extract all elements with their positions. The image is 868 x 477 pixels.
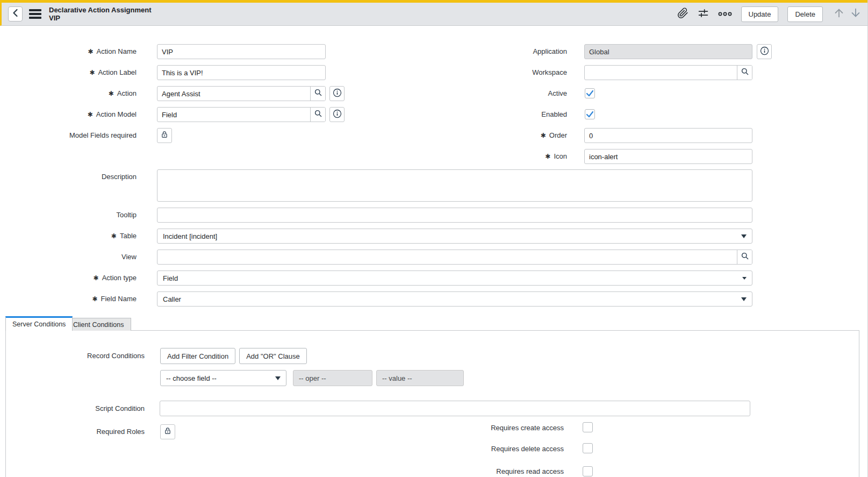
back-button[interactable] [8,6,23,22]
workspace-input[interactable] [585,66,737,80]
field-label-action-type: ✱Action type [0,270,137,286]
caret-down-icon [742,277,747,280]
action-name-input[interactable] [157,44,326,59]
action-model-reference-field [157,107,326,122]
action-model-lookup-button[interactable] [310,108,325,122]
more-options-icon [718,9,732,19]
field-label-order: ✱Order [376,128,567,143]
workspace-reference-field [584,65,752,80]
server-conditions-panel: Record Conditions Add Filter Condition A… [5,330,859,477]
script-condition-input[interactable] [160,401,750,416]
table-select[interactable]: Incident [incident] [157,229,752,244]
field-label-requires-read-access: Requires read access [382,466,564,476]
workspace-lookup-button[interactable] [737,66,752,80]
field-label-view: View [0,250,137,265]
declarative-action-assignment-form: Declarative Action Assignment VIP Update [0,0,868,477]
field-label-record-conditions: Record Conditions [6,348,145,364]
tab-server-conditions[interactable]: Server Conditions [5,316,73,331]
update-button[interactable]: Update [741,6,779,22]
lock-icon [160,130,169,141]
lock-icon [163,426,172,437]
enabled-checkbox[interactable] [585,109,595,119]
search-icon [741,252,749,262]
previous-record-button[interactable] [833,7,845,21]
checkmark-icon [585,89,594,98]
required-roles-lock-button[interactable] [160,424,175,439]
add-or-clause-button[interactable]: Add "OR" Clause [239,348,307,364]
field-label-field-name: ✱Field Name [0,291,137,307]
caret-down-icon [741,297,747,301]
application-info-button[interactable] [757,44,772,59]
field-label-active: Active [376,86,567,101]
record-subtitle: VIP [49,14,151,22]
checkmark-icon [585,110,594,119]
page-title: Declarative Action Assignment [49,6,151,14]
paperclip-icon [677,8,688,21]
delete-button[interactable]: Delete [787,6,823,22]
more-options-button[interactable] [718,9,732,19]
field-label-action-name: ✱Action Name [0,44,137,59]
requires-create-access-checkbox[interactable] [583,422,593,432]
attachment-button[interactable] [677,8,688,21]
field-name-select[interactable]: Caller [157,291,752,307]
requires-read-access-checkbox[interactable] [583,466,593,476]
application-readonly-field: Global [584,44,752,59]
field-label-script-condition: Script Condition [6,401,145,416]
order-input[interactable] [584,128,752,143]
field-label-action-label: ✱Action Label [0,65,137,80]
operator-select-disabled: -- oper -- [293,370,372,386]
field-label-model-fields-required: Model Fields required [0,128,137,143]
required-marker-icon: ✱ [88,48,94,55]
tooltip-input[interactable] [157,208,752,223]
required-marker-icon: ✱ [111,232,117,240]
action-type-select[interactable]: Field [157,270,752,286]
info-icon [333,109,342,120]
action-reference-field [157,86,326,101]
field-label-enabled: Enabled [376,107,567,122]
search-icon [314,109,322,120]
active-checkbox[interactable] [585,88,595,98]
field-label-description: Description [0,169,137,184]
form-header: Declarative Action Assignment VIP Update [0,3,868,26]
info-icon [333,88,342,99]
required-marker-icon: ✱ [92,295,97,303]
description-textarea[interactable] [157,169,752,202]
field-label-requires-create-access: Requires create access [382,423,564,433]
field-label-icon: ✱Icon [376,149,567,164]
chevron-left-icon [12,9,19,19]
view-lookup-button[interactable] [737,250,752,264]
required-marker-icon: ✱ [89,69,95,76]
next-record-button[interactable] [850,7,862,21]
required-marker-icon: ✱ [88,111,93,118]
sliders-icon [698,8,709,21]
required-marker-icon: ✱ [109,90,114,97]
field-label-tooltip: Tooltip [0,208,137,223]
arrow-up-icon [833,7,845,21]
tab-client-conditions[interactable]: Client Conditions [66,318,131,331]
info-icon [760,46,769,58]
icon-input[interactable] [584,149,752,164]
field-label-workspace: Workspace [376,65,567,80]
search-icon [741,67,749,78]
caret-down-icon [741,234,747,238]
value-input-disabled: -- value -- [376,370,464,386]
field-label-table: ✱Table [0,229,137,244]
choose-field-select[interactable]: -- choose field -- [160,370,286,386]
context-menu-button[interactable] [29,9,41,19]
caret-down-icon [275,376,281,380]
action-input[interactable] [157,87,310,101]
action-label-input[interactable] [157,65,326,80]
personalize-form-button[interactable] [698,8,709,21]
required-marker-icon: ✱ [541,132,546,139]
action-model-input[interactable] [157,108,310,122]
requires-delete-access-checkbox[interactable] [583,443,593,453]
field-label-action-model: ✱Action Model [0,107,137,122]
action-info-button[interactable] [329,86,345,101]
action-lookup-button[interactable] [310,87,325,101]
required-marker-icon: ✱ [545,153,550,160]
action-model-info-button[interactable] [329,107,345,122]
view-input[interactable] [157,250,737,264]
model-fields-required-lock-button[interactable] [157,128,172,143]
add-filter-condition-button[interactable]: Add Filter Condition [160,348,235,364]
field-label-application: Application [376,44,567,59]
